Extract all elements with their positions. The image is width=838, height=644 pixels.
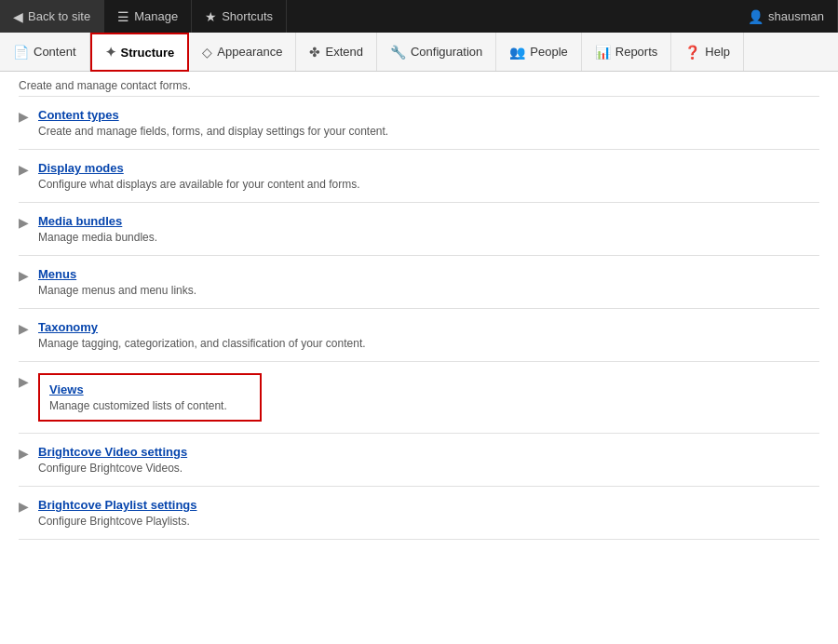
brightcove-video-link[interactable]: Brightcove Video settings [38,445,819,459]
back-arrow-icon: ◀ [13,9,23,24]
taxonomy-link[interactable]: Taxonomy [38,320,819,334]
brightcove-video-desc: Configure Brightcove Videos. [38,462,819,475]
hamburger-icon: ☰ [117,9,129,24]
list-item: ▶ Menus Manage menus and menu links. [19,256,819,309]
list-item: ▶ Taxonomy Manage tagging, categorizatio… [19,309,819,362]
appearance-icon: ◇ [202,45,212,60]
views-desc: Manage customized lists of content. [49,399,250,412]
reports-icon: 📊 [595,45,611,60]
brightcove-playlist-link[interactable]: Brightcove Playlist settings [38,498,819,512]
configuration-icon: 🔧 [390,45,406,60]
expand-icon[interactable]: ▶ [19,374,29,389]
list-item: ▶ Content types Create and manage fields… [19,97,819,150]
views-link[interactable]: Views [49,382,250,396]
star-icon: ★ [205,9,217,24]
display-modes-desc: Configure what displays are available fo… [38,178,819,191]
display-modes-link[interactable]: Display modes [38,161,819,175]
contact-forms-desc: Create and manage contact forms. [19,72,819,97]
tab-structure[interactable]: ✦ Structure [90,33,190,72]
media-bundles-desc: Manage media bundles. [38,231,819,244]
shortcuts-menu[interactable]: ★ Shortcuts [192,0,287,33]
content-types-link[interactable]: Content types [38,108,819,122]
admin-bar: ◀ Back to site ☰ Manage ★ Shortcuts 👤 sh… [0,0,838,33]
tab-help[interactable]: ❓ Help [671,33,744,71]
taxonomy-desc: Manage tagging, categorization, and clas… [38,337,819,350]
people-icon: 👥 [509,45,525,60]
tab-content[interactable]: 📄 Content [0,33,90,71]
list-item: ▶ Media bundles Manage media bundles. [19,203,819,256]
user-menu[interactable]: 👤 shausman [735,0,838,33]
views-highlight-box: Views Manage customized lists of content… [38,373,262,422]
main-content: Create and manage contact forms. ▶ Conte… [0,72,838,540]
media-bundles-link[interactable]: Media bundles [38,214,819,228]
content-icon: 📄 [13,45,29,60]
expand-icon[interactable]: ▶ [19,162,29,177]
extend-icon: ✤ [309,45,320,60]
expand-icon[interactable]: ▶ [19,499,29,514]
tab-people[interactable]: 👥 People [496,33,581,71]
structure-icon: ✦ [105,45,116,60]
expand-icon[interactable]: ▶ [19,215,29,230]
list-item: ▶ Display modes Configure what displays … [19,150,819,203]
brightcove-playlist-desc: Configure Brightcove Playlists. [38,515,819,528]
menus-link[interactable]: Menus [38,267,819,281]
help-icon: ❓ [684,45,700,60]
menus-desc: Manage menus and menu links. [38,284,819,297]
user-icon: 👤 [748,9,764,24]
expand-icon[interactable]: ▶ [19,446,29,461]
list-item: ▶ Brightcove Playlist settings Configure… [19,487,819,540]
expand-icon[interactable]: ▶ [19,321,29,336]
content-types-desc: Create and manage fields, forms, and dis… [38,125,819,138]
expand-icon[interactable]: ▶ [19,268,29,283]
tab-configuration[interactable]: 🔧 Configuration [377,33,496,71]
navigation-tabs: 📄 Content ✦ Structure ◇ Appearance ✤ Ext… [0,33,838,72]
list-item: ▶ Views Manage customized lists of conte… [19,362,819,434]
tab-reports[interactable]: 📊 Reports [582,33,672,71]
manage-menu[interactable]: ☰ Manage [104,0,192,33]
back-to-site[interactable]: ◀ Back to site [0,0,104,33]
tab-appearance[interactable]: ◇ Appearance [189,33,296,71]
list-item: ▶ Brightcove Video settings Configure Br… [19,434,819,487]
expand-icon[interactable]: ▶ [19,109,29,124]
tab-extend[interactable]: ✤ Extend [296,33,376,71]
